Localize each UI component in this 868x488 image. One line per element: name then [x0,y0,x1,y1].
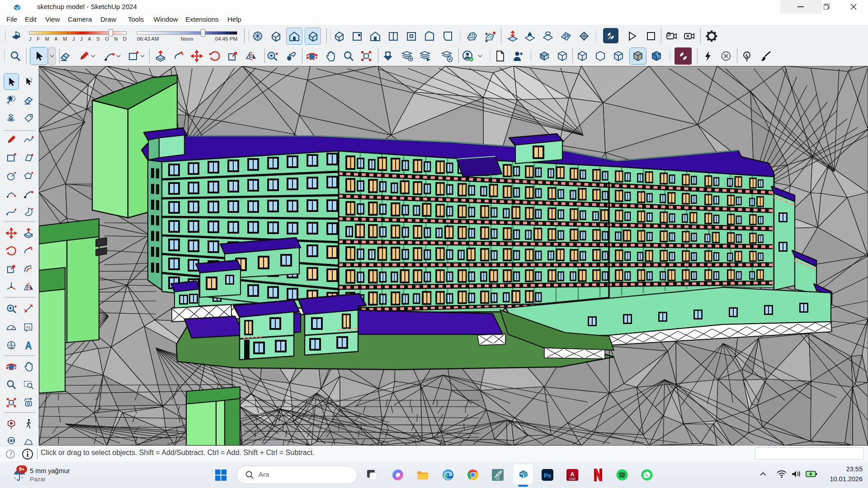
svg-text:C: C [10,342,12,345]
svg-text:A1: A1 [26,325,31,329]
svg-text:12: 12 [495,476,500,480]
svg-text:Ps: Ps [544,472,551,479]
svg-text:C: C [257,33,259,36]
svg-text:CAD: CAD [569,477,576,480]
svg-text:A: A [570,471,575,478]
svg-text:A·B: A·B [9,346,14,349]
